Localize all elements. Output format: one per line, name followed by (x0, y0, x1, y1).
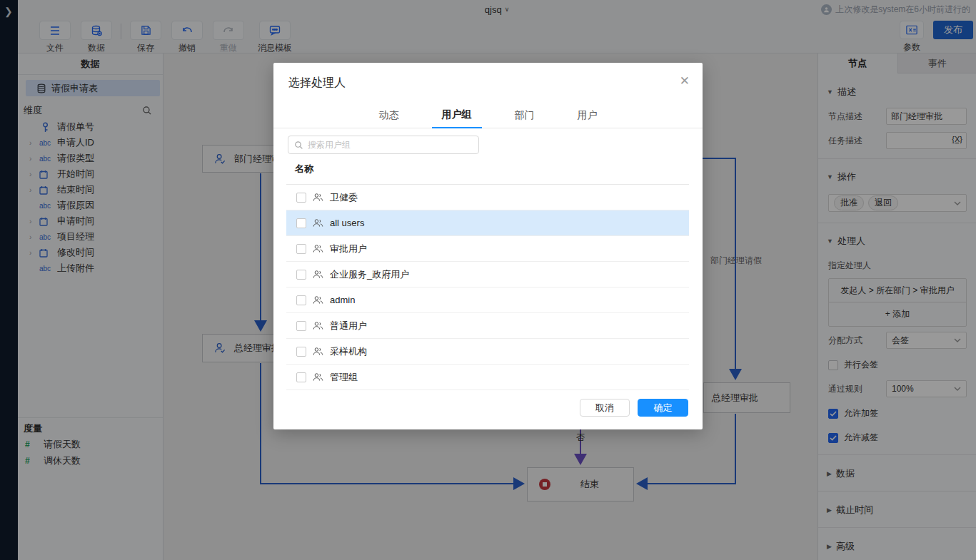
group-checkbox[interactable] (296, 372, 306, 382)
search-icon (294, 141, 303, 150)
group-row[interactable]: admin (286, 287, 689, 313)
tab-dynamic[interactable]: 动态 (369, 102, 409, 128)
group-row[interactable]: 企业服务_政府用户 (286, 262, 689, 287)
group-checkbox[interactable] (296, 218, 306, 228)
group-checkbox[interactable] (296, 295, 306, 305)
group-name: 审批用户 (330, 243, 367, 255)
close-icon[interactable]: ✕ (680, 73, 690, 88)
group-row-highlighted[interactable]: all users (286, 210, 689, 236)
group-icon (313, 347, 323, 356)
tab-department[interactable]: 部门 (505, 102, 545, 128)
column-header-name: 名称 (295, 163, 313, 175)
group-icon (313, 193, 323, 202)
group-icon (313, 218, 323, 228)
cancel-button[interactable]: 取消 (580, 399, 630, 417)
group-list: 卫健委 all users 审批用户 企业服务_政府用户 admin (286, 185, 689, 390)
group-row[interactable]: 审批用户 (286, 236, 689, 262)
group-name: 普通用户 (330, 320, 367, 332)
group-checkbox[interactable] (296, 347, 306, 357)
tab-user-group[interactable]: 用户组 (432, 102, 482, 128)
group-icon (313, 295, 323, 305)
group-row[interactable]: 普通用户 (286, 313, 689, 339)
group-name: 采样机构 (330, 345, 367, 358)
select-handler-modal: 选择处理人 ✕ 动态 用户组 部门 用户 名称 卫健委 all (273, 63, 703, 429)
group-row[interactable]: 管理组 (286, 365, 689, 390)
workflow-designer-app: ❯ qjsq ∨ 上次修改是system在6小时前进行的 文件 (0, 0, 976, 560)
group-name: admin (330, 295, 355, 305)
group-checkbox[interactable] (296, 244, 306, 254)
ok-button[interactable]: 确定 (638, 399, 688, 417)
group-search-input[interactable] (308, 140, 473, 150)
group-name: 企业服务_政府用户 (330, 268, 409, 281)
modal-title: 选择处理人 (288, 76, 346, 91)
group-icon (313, 372, 323, 382)
group-checkbox[interactable] (296, 193, 306, 203)
group-name: 管理组 (330, 371, 358, 384)
group-icon (313, 321, 323, 330)
group-row[interactable]: 卫健委 (286, 185, 689, 210)
group-search-box (288, 136, 479, 154)
group-checkbox[interactable] (296, 270, 306, 280)
group-row[interactable]: 采样机构 (286, 339, 689, 365)
group-checkbox[interactable] (296, 321, 306, 331)
group-icon (313, 270, 323, 279)
tab-user[interactable]: 用户 (568, 102, 608, 128)
group-icon (313, 244, 323, 253)
modal-tabs: 动态 用户组 部门 用户 (273, 102, 703, 128)
group-name: 卫健委 (330, 191, 358, 204)
group-name: all users (330, 218, 364, 228)
